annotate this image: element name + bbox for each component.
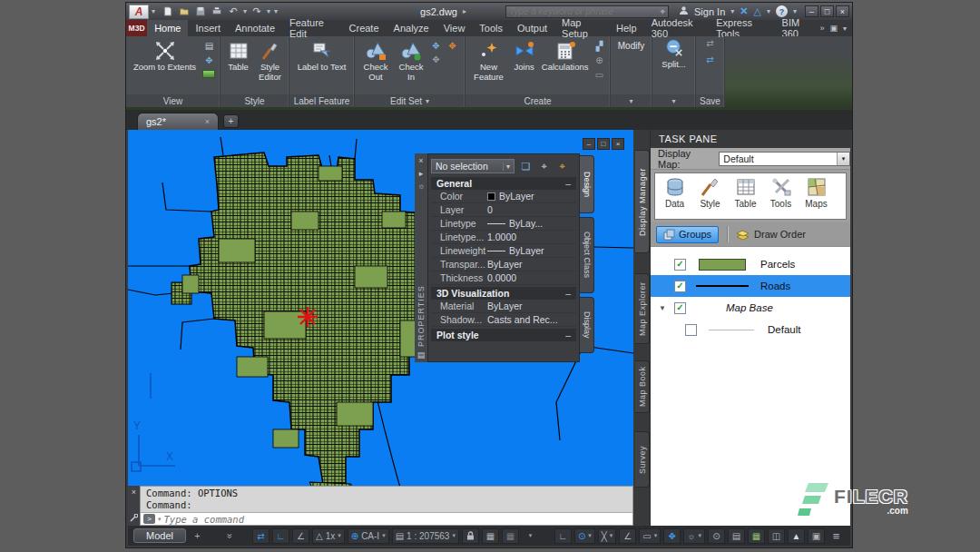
split-expand-icon[interactable]: ▾ — [671, 97, 675, 105]
save-icon[interactable] — [194, 6, 207, 17]
check-out-button[interactable]: Check Out — [358, 38, 393, 93]
joins-button[interactable]: Joins — [511, 38, 537, 93]
annotation-scale-button[interactable]: △ 1x ▾ — [312, 528, 345, 544]
undo-icon[interactable]: ↶ — [227, 6, 240, 17]
split-button[interactable]: Split... — [662, 59, 685, 69]
editset-tool2-icon[interactable]: ✥ — [446, 41, 459, 52]
style-button[interactable]: Style — [693, 176, 727, 217]
section-plot-style[interactable]: Plot style – — [431, 329, 576, 341]
prop-row-color[interactable]: ColorByLayer — [431, 190, 576, 203]
polar-tracking-button[interactable]: ∠ — [292, 528, 309, 544]
style-editor-button[interactable]: Style Editor — [255, 38, 285, 93]
modify-expand-icon[interactable]: ▾ — [629, 97, 632, 105]
prop-row-linetype[interactable]: LinetypeByLay... — [431, 217, 576, 231]
close-button[interactable]: × — [836, 5, 849, 17]
new-file-icon[interactable] — [162, 6, 174, 17]
tab-tools[interactable]: Tools — [472, 20, 510, 36]
draw-order-tab-button[interactable]: Draw Order — [736, 229, 806, 241]
panel-label-save[interactable]: Save — [696, 94, 724, 107]
palette-close-icon[interactable]: × — [418, 156, 423, 165]
create-tool1-icon[interactable]: ▞ — [593, 41, 606, 52]
layer-name[interactable]: Default — [768, 324, 800, 335]
help-icon[interactable]: ? — [776, 5, 788, 17]
grid-dropdown-icon[interactable]: ▾ — [522, 528, 539, 544]
prop-row-layer[interactable]: Layer0 — [431, 203, 576, 217]
panel-label-label-feature[interactable]: Label Feature — [289, 94, 354, 107]
editset-tool3-icon[interactable]: ✥ — [429, 54, 443, 65]
snap-grid-button[interactable]: ▦ — [502, 528, 519, 544]
coordinate-system-button[interactable]: ⊕ CA-I ▾ — [348, 528, 389, 544]
label-to-text-button[interactable]: Label to Text — [298, 38, 347, 93]
autocad-logo-icon[interactable]: A — [129, 5, 149, 19]
section-3d-visualization[interactable]: 3D Visualization – — [431, 287, 576, 300]
prop-row-material[interactable]: MaterialByLayer — [431, 300, 576, 313]
layout-chevron-icon[interactable]: « — [221, 527, 237, 545]
palette-tab-object-class[interactable]: Object Class — [580, 217, 594, 293]
layer-name[interactable]: Parcels — [760, 259, 795, 270]
panel-label-style[interactable]: Style — [220, 94, 289, 107]
map-view-icon[interactable] — [202, 70, 215, 78]
drawing-canvas[interactable]: YX – □ × × ▸ ☼ PROPERTIES — [128, 130, 633, 486]
select-objects-icon[interactable]: ⌖ — [537, 161, 551, 172]
infer-constraints-button[interactable]: ∟ — [554, 528, 572, 544]
toggle-pickadd-icon[interactable]: ❏ — [519, 161, 533, 172]
tab-view[interactable]: View — [436, 20, 473, 36]
tab-map-setup[interactable]: Map Setup — [554, 20, 609, 36]
panel-label-split[interactable]: ▾ — [652, 94, 695, 107]
signin-dropdown-icon[interactable]: ▾ — [730, 7, 734, 15]
data-button[interactable]: Data — [658, 176, 691, 217]
prop-row-linetype-scale[interactable]: Linetype...1.0000 — [431, 231, 576, 244]
save-edits-icon[interactable]: ⇄ — [703, 38, 717, 49]
sign-in-button[interactable]: Sign In — [694, 6, 725, 17]
file-tab-close-icon[interactable]: × — [205, 117, 210, 126]
editset-tool1-icon[interactable]: ✥ — [429, 41, 443, 52]
prop-row-thickness[interactable]: Thickness0.0000 — [431, 271, 576, 285]
undo-dropdown-icon[interactable]: ▾ — [243, 7, 247, 15]
zoom-to-extents-button[interactable]: Zoom to Extents — [130, 38, 200, 93]
qat-customize-icon[interactable]: ▾ — [274, 7, 278, 15]
create-tool2-icon[interactable]: ⊕ — [593, 55, 606, 66]
tab-home[interactable]: Home — [147, 20, 188, 36]
layer-name[interactable]: Roads — [760, 281, 790, 291]
panel-label-view[interactable]: View — [126, 94, 220, 107]
map-scale-button[interactable]: ▤ 1 : 207563 ▾ — [392, 528, 459, 544]
modify-panel-title[interactable]: Modify — [614, 38, 648, 51]
parcels-checkbox[interactable]: ✓ — [674, 259, 686, 271]
snap-mode-button[interactable]: ⊙ ▾ — [574, 528, 595, 544]
create-tool3-icon[interactable]: ▭ — [593, 70, 606, 81]
calculations-button[interactable]: Calculations — [540, 38, 590, 93]
tab-insert[interactable]: Insert — [188, 20, 228, 36]
command-close-icon[interactable]: × — [132, 488, 136, 497]
ribbon-minimize-icon[interactable]: ▣ — [829, 24, 838, 33]
layer-row-map-base[interactable]: ▼ ✓ Map Base — [651, 297, 850, 319]
grid-display-button[interactable]: ▦ — [482, 528, 499, 544]
prop-row-lineweight[interactable]: LineweightByLayer — [431, 244, 576, 258]
ribbon-minimize-dropdown-icon[interactable]: ▾ — [843, 25, 847, 33]
selection-dropdown-icon[interactable]: ▾ — [503, 163, 510, 171]
exchange-apps-icon[interactable]: ✕ — [740, 5, 748, 17]
scale-lock-icon[interactable] — [462, 528, 479, 544]
drawing-close-button[interactable]: × — [612, 138, 624, 150]
map-base-expander-icon[interactable]: ▼ — [651, 304, 674, 312]
logo-dropdown-icon[interactable]: ▾ — [152, 7, 155, 15]
tab-annotate[interactable]: Annotate — [228, 20, 282, 36]
display-map-dropdown-icon[interactable]: ▾ — [837, 153, 849, 165]
section-general[interactable]: General – — [431, 177, 576, 190]
view-tool-icon[interactable]: ✥ — [202, 55, 216, 66]
palette-autohide-icon[interactable]: ▸ — [419, 169, 424, 178]
quick-select-icon[interactable]: ⌖ — [555, 161, 569, 172]
layer-row-default[interactable]: Default — [651, 319, 850, 340]
discard-edits-icon[interactable]: ⇄ — [703, 54, 717, 65]
notification-warning-icon[interactable]: ▲ — [788, 528, 805, 544]
show-annotation-objects-button[interactable]: ✥ — [663, 528, 681, 544]
object-grouping-icon[interactable]: ◫ — [768, 528, 785, 544]
default-checkbox[interactable] — [685, 324, 697, 336]
binoculars-icon[interactable]: ⌖ — [660, 6, 665, 17]
command-history[interactable]: Command: OPTIONS Command: — [141, 487, 632, 512]
panel-label-edit-set[interactable]: Edit Set▾ — [355, 94, 465, 107]
more-tabs-icon[interactable]: » — [819, 24, 824, 33]
side-tab-map-book[interactable]: Map Book — [635, 360, 650, 413]
3d-object-snap-button[interactable]: ∠ — [619, 528, 636, 544]
palette-tab-display[interactable]: Display — [580, 297, 594, 353]
panel-label-modify[interactable]: ▾ — [611, 94, 652, 107]
